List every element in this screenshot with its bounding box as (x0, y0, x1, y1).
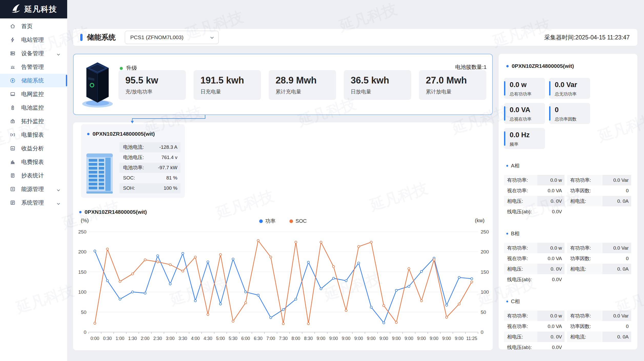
meter-value: 0.0 VA (510, 106, 545, 114)
bullet-icon (79, 211, 82, 213)
stat-tile: 36.5 kwh日放电量 (344, 70, 411, 100)
battery-metric-row: 电池功率:-97.7 kW (119, 163, 180, 173)
x-axis-label: 9:00 (367, 336, 376, 341)
phase-row: 相电流:0. 0A (567, 264, 631, 274)
collector-time: 采集器时间:2025-04-15 11:23:47 (544, 34, 630, 41)
overview-stats: 95.5 kw充/放电功率191.5 kwh日充电量28.9 Mwh累计充电量3… (118, 70, 486, 100)
x-axis-label: 9:00 (442, 336, 451, 341)
svg-text:200: 200 (78, 249, 86, 254)
battery-metrics-table: 电池电流:-128.3 A电池电压:761.4 v电池功率:-97.7 kWSO… (119, 142, 180, 193)
phase-row: 相电压:0. 0V (504, 264, 565, 274)
x-axis-label: 1:00 (116, 336, 124, 341)
sidebar-item-label: 设备管理 (21, 50, 44, 57)
phase-row: 相电压:0. 0V (504, 332, 565, 342)
x-axis-label: 0:30 (103, 336, 112, 341)
pcs-selector[interactable]: PCS1 (ZFNOM7L003) (125, 31, 219, 44)
x-axis-label: 5:00 (216, 336, 225, 341)
sidebar-item-0[interactable]: 首页 (0, 19, 67, 33)
phase-title: C相 (506, 298, 633, 305)
x-axis-label: 7:00 (266, 336, 275, 341)
phase-metric-label: 相电压: (504, 196, 537, 206)
bullet-icon (506, 301, 508, 302)
sidebar-item-label: 电站管理 (21, 36, 44, 44)
phase-metric-label: 功率因数: (567, 185, 602, 196)
x-axis-label: 1:30 (128, 336, 137, 341)
right-axis-unit: (kw) (475, 218, 485, 224)
page-title: 储能系统 (87, 33, 116, 42)
energy-mgmt-icon (10, 186, 16, 192)
battery-cluster-card: 0PXN10ZR14800005(wit) (81, 124, 185, 198)
stat-value: 95.5 kw (125, 75, 186, 86)
header-bar: 储能系统 PCS1 (ZFNOM7L003) 采集器时间:2025-04-15 … (73, 29, 637, 46)
x-axis-label: 9:00 (430, 336, 438, 341)
metric-value: -97.7 kW (158, 165, 177, 171)
legend-label: 功率 (265, 218, 276, 225)
phase-metric-label: 视在功率: (504, 185, 537, 196)
phase-row: 有功功率:0.0 w (504, 311, 565, 321)
legend-item-SOC[interactable]: SOC (289, 218, 307, 225)
phase-row: 线电压(ab):0.0V (504, 342, 565, 349)
phase-metric-value: 0. 0V (537, 264, 565, 274)
system-mgmt-icon (10, 200, 16, 206)
metric-label: SOH: (123, 185, 135, 191)
sidebar-item-4[interactable]: 储能系统 (0, 74, 67, 87)
meter-label: 总功率因数 (555, 116, 590, 122)
battery-monitor-icon (10, 105, 16, 111)
meter-tile: 0.0 w总有功功率 (504, 78, 545, 99)
phase-metric-value: 0. 0A (602, 264, 631, 274)
meter-tile: 0总功率因数 (549, 103, 590, 124)
meter-label: 总无功功率 (555, 91, 590, 97)
svg-text:100: 100 (78, 289, 86, 295)
sidebar-item-3[interactable]: 告警管理 (0, 60, 67, 74)
x-axis-label: 9:00 (379, 336, 388, 341)
phase-row: 有功功率:0.0 Var (567, 175, 631, 185)
stat-tile: 27.0 Mwh累计放电量 (419, 70, 486, 100)
phase-name: A相 (511, 162, 519, 169)
sidebar-item-11[interactable]: 抄表统计 (0, 169, 67, 182)
battery-cabinet-illustration (80, 61, 117, 109)
meter-value: 0.0 w (510, 81, 545, 89)
sidebar-item-9[interactable]: 收益分析 (0, 142, 67, 155)
phase-row: 视在功率:0.0 VA (504, 253, 565, 264)
legend-label: SOC (296, 218, 307, 224)
phase-table: 有功功率:0.0 Var功率因数:0相电流:0. 0A (567, 175, 631, 217)
phase-metric-label: 有功功率: (567, 175, 602, 185)
svg-text:50: 50 (481, 310, 486, 315)
stat-tile: 191.5 kwh日充电量 (194, 70, 261, 100)
sidebar-item-12[interactable]: 能源管理 (0, 182, 67, 196)
sidebar-item-6[interactable]: 电池监控 (0, 101, 67, 114)
storage-icon (10, 78, 16, 83)
phase-row: 功率因数:0 (567, 253, 631, 264)
phase-row: 功率因数:0 (567, 185, 631, 196)
phase-name: C相 (511, 298, 520, 305)
svg-text:200: 200 (481, 249, 489, 254)
sidebar-item-8[interactable]: 电量报表 (0, 128, 67, 142)
stat-tile: 95.5 kw充/放电功率 (118, 70, 186, 100)
sidebar-item-10[interactable]: 电费报表 (0, 155, 67, 169)
status-dot (120, 67, 123, 70)
phase-row: 视在功率:0.0 VA (504, 185, 565, 196)
legend-item-功率[interactable]: 功率 (259, 218, 276, 225)
pcs-overview-card: 升级 电池簇数量:1 95.5 kw充/放电功率191.5 kwh日充电量28.… (73, 54, 493, 115)
sidebar-item-5[interactable]: 电网监控 (0, 87, 67, 101)
phase-title: A相 (506, 162, 633, 169)
phase-metric-value: 0.0 VA (537, 321, 565, 332)
phase-metric-value: 0.0 VA (537, 185, 565, 196)
stat-value: 191.5 kwh (200, 75, 261, 86)
sidebar-item-label: 告警管理 (21, 63, 44, 71)
phase-metric-value: 0.0 w (537, 311, 565, 321)
phase-row: 相电流:0. 0A (567, 196, 631, 206)
title-accent-bar (80, 34, 83, 41)
sidebar-item-2[interactable]: 设备管理 (0, 47, 67, 60)
app-root: 延凡科技 首页电站管理设备管理告警管理储能系统电网监控电池监控拓扑监控电量报表收… (0, 0, 644, 361)
svg-text:0: 0 (84, 330, 86, 335)
stat-label: 充/放电功率 (125, 88, 186, 95)
battery-metric-row: 电池电压:761.4 v (119, 152, 180, 163)
sidebar-item-1[interactable]: 电站管理 (0, 33, 67, 47)
sidebar-item-7[interactable]: 拓扑监控 (0, 114, 67, 128)
brand-name: 延凡科技 (24, 4, 57, 15)
phase-metric-label: 视在功率: (504, 253, 537, 264)
home-icon (10, 23, 16, 29)
sidebar-item-13[interactable]: 系统管理 (0, 196, 67, 209)
svg-text:100: 100 (481, 289, 489, 295)
